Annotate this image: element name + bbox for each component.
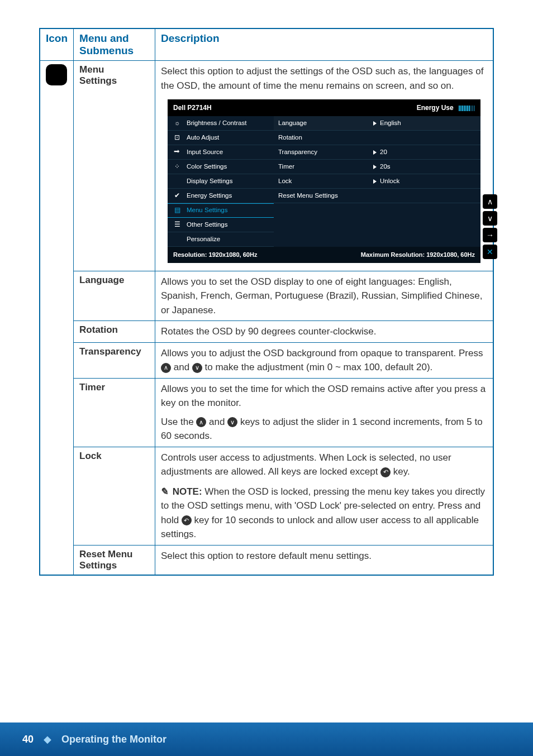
energy-settings-icon: ✔: [172, 191, 182, 200]
header-menu: Menu and Submenus: [74, 28, 155, 61]
up-chevron-icon: ∧: [483, 194, 497, 209]
osd-left-menu: ☼Brightness / Contrast ⊡Auto Adjust ⮕Inp…: [168, 116, 274, 247]
table-row: Menu Settings Select this option to adju…: [40, 61, 493, 271]
menu-icon-cell: [40, 61, 74, 575]
note-icon: ✎: [160, 485, 170, 499]
page-footer: 40 ◆ Operating the Monitor: [0, 722, 533, 756]
osd-model: Dell P2714H: [173, 103, 212, 113]
back-button-icon: ↶: [182, 515, 192, 525]
transparency-desc: Allows you to adjust the OSD background …: [155, 342, 494, 378]
timer-title: Timer: [74, 378, 155, 447]
menu-settings-title: Menu Settings: [74, 61, 155, 271]
table-row: Transparency Allows you to adjust the OS…: [40, 342, 493, 378]
osd-right-values: English 20 20s Unlock: [369, 116, 480, 247]
osd-max-resolution: Maximum Resolution: 1920x1080, 60Hz: [361, 250, 475, 260]
up-button-icon: ∧: [196, 417, 206, 427]
menu-settings-desc: Select this option to adjust the setting…: [155, 61, 494, 271]
osd-side-buttons: ∧ ∨ → ✕: [483, 194, 497, 259]
up-button-icon: ∧: [161, 363, 171, 373]
table-row: Lock Controls user access to adjustments…: [40, 447, 493, 545]
page-number: 40: [22, 734, 34, 745]
osd-mid-menu: Language Rotation Transparency Timer Loc…: [274, 116, 369, 247]
transparency-title: Transparency: [74, 342, 155, 378]
rotation-desc: Rotates the OSD by 90 degrees counter-cl…: [155, 321, 494, 343]
settings-table: Icon Menu and Submenus Description Menu …: [39, 28, 494, 576]
energy-bars-icon: [459, 106, 475, 111]
input-source-icon: ⮕: [172, 147, 182, 157]
table-row: Rotation Rotates the OSD by 90 degrees c…: [40, 321, 493, 343]
lock-title: Lock: [74, 447, 155, 545]
table-row: Timer Allows you to set the time for whi…: [40, 378, 493, 447]
header-description: Description: [155, 28, 494, 61]
lock-desc: Controls user access to adjustments. Whe…: [155, 447, 494, 545]
triangle-right-icon: [373, 121, 377, 126]
osd-screenshot: Dell P2714H Energy Use ☼Brightness / Con…: [168, 99, 480, 263]
auto-adjust-icon: ⊡: [172, 133, 182, 142]
triangle-right-icon: [373, 165, 377, 169]
table-header-row: Icon Menu and Submenus Description: [40, 28, 493, 61]
color-settings-icon: ⁘: [172, 162, 182, 171]
brightness-icon: ☼: [172, 118, 182, 128]
osd-resolution: Resolution: 1920x1080, 60Hz: [173, 250, 257, 260]
back-button-icon: ↶: [380, 467, 391, 477]
close-x-icon: ✕: [483, 245, 497, 259]
down-button-icon: ∨: [227, 417, 237, 427]
footer-diamond-icon: ◆: [44, 733, 51, 745]
reset-title: Reset Menu Settings: [74, 545, 155, 575]
down-chevron-icon: ∨: [483, 211, 497, 226]
rotation-title: Rotation: [74, 321, 155, 343]
down-button-icon: ∨: [192, 363, 202, 373]
table-row: Reset Menu Settings Select this option t…: [40, 545, 493, 575]
menu-settings-menu-icon: ▤: [172, 205, 182, 215]
section-title: Operating the Monitor: [61, 734, 166, 745]
osd-energy: Energy Use: [417, 103, 475, 113]
header-icon: Icon: [40, 28, 74, 61]
language-desc: Allows you to set the OSD display to one…: [155, 271, 494, 321]
reset-desc: Select this option to restore default me…: [155, 545, 494, 575]
table-row: Language Allows you to set the OSD displ…: [40, 271, 493, 321]
other-settings-icon: ☰: [172, 220, 182, 229]
menu-settings-icon: [46, 64, 67, 85]
right-arrow-icon: →: [483, 228, 497, 242]
timer-desc: Allows you to set the time for which the…: [155, 378, 494, 447]
triangle-right-icon: [373, 150, 377, 155]
triangle-right-icon: [373, 179, 377, 184]
language-title: Language: [74, 271, 155, 321]
